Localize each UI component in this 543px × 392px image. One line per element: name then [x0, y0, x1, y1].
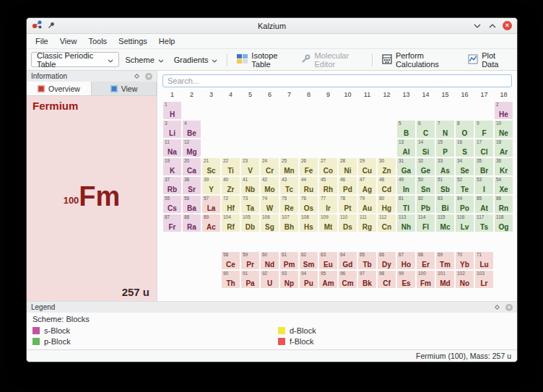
minimize-button[interactable]: [472, 21, 482, 30]
float-dock-icon[interactable]: [134, 74, 139, 79]
element-cell-md[interactable]: 101Md: [435, 270, 455, 289]
tab-overview[interactable]: Overview: [27, 82, 92, 95]
element-cell-na[interactable]: 11Na: [162, 139, 182, 157]
element-cell-c[interactable]: 6C: [416, 120, 435, 139]
element-cell-og[interactable]: 118Og: [494, 214, 513, 232]
element-cell-fl[interactable]: 114Fl: [416, 214, 435, 232]
element-cell-ra[interactable]: 88Ra: [182, 214, 201, 232]
element-cell-be[interactable]: 4Be: [182, 120, 201, 139]
element-cell-ru[interactable]: 44Ru: [299, 176, 318, 195]
element-cell-dy[interactable]: 66Dy: [377, 251, 396, 270]
element-cell-ge[interactable]: 32Ge: [416, 157, 435, 176]
menu-settings[interactable]: Settings: [113, 35, 153, 47]
element-cell-rf[interactable]: 104Rf: [221, 214, 240, 232]
element-cell-v[interactable]: 23V: [240, 157, 260, 176]
element-cell-eu[interactable]: 63Eu: [318, 251, 338, 270]
tab-view[interactable]: View: [92, 82, 157, 95]
element-cell-mo[interactable]: 42Mo: [260, 176, 279, 195]
element-cell-sm[interactable]: 62Sm: [299, 251, 318, 270]
menu-tools[interactable]: Tools: [82, 35, 113, 47]
element-cell-sg[interactable]: 106Sg: [260, 214, 279, 232]
element-cell-si[interactable]: 14Si: [416, 139, 435, 157]
element-cell-sc[interactable]: 21Sc: [201, 157, 221, 176]
element-cell-cf[interactable]: 98Cf: [377, 270, 396, 289]
element-cell-ti[interactable]: 22Ti: [221, 157, 240, 176]
element-cell-te[interactable]: 52Te: [455, 176, 474, 195]
element-cell-db[interactable]: 105Db: [240, 214, 260, 232]
element-cell-pd[interactable]: 46Pd: [338, 176, 357, 195]
element-cell-br[interactable]: 35Br: [474, 157, 494, 176]
element-cell-pr[interactable]: 59Pr: [240, 251, 260, 270]
element-cell-zr[interactable]: 40Zr: [221, 176, 240, 195]
element-cell-mc[interactable]: 115Mc: [435, 214, 455, 232]
element-cell-cu[interactable]: 29Cu: [357, 157, 377, 176]
maximize-button[interactable]: [487, 21, 497, 30]
element-cell-o[interactable]: 8O: [455, 120, 474, 139]
element-cell-au[interactable]: 79Au: [357, 195, 377, 214]
element-cell-la[interactable]: 57La: [201, 195, 221, 214]
element-cell-y[interactable]: 39Y: [201, 176, 221, 195]
element-cell-tm[interactable]: 69Tm: [435, 251, 455, 270]
element-cell-os[interactable]: 76Os: [299, 195, 318, 214]
close-button[interactable]: ×: [503, 21, 512, 30]
element-cell-ho[interactable]: 67Ho: [396, 251, 416, 270]
scheme-button[interactable]: Scheme: [121, 53, 168, 66]
element-cell-rh[interactable]: 45Rh: [318, 176, 338, 195]
element-cell-co[interactable]: 27Co: [318, 157, 338, 176]
element-cell-ds[interactable]: 110Ds: [338, 214, 357, 232]
element-cell-pu[interactable]: 94Pu: [299, 270, 318, 289]
element-cell-pt[interactable]: 78Pt: [338, 195, 357, 214]
isotope-table-button[interactable]: Isotope Table: [233, 49, 295, 71]
element-cell-ga[interactable]: 31Ga: [396, 157, 416, 176]
element-cell-se[interactable]: 34Se: [455, 157, 474, 176]
title-bar[interactable]: Kalzium ×: [27, 18, 517, 34]
element-cell-lr[interactable]: 103Lr: [474, 270, 494, 289]
element-cell-al[interactable]: 13Al: [396, 139, 416, 157]
element-cell-hf[interactable]: 72Hf: [221, 195, 240, 214]
menu-help[interactable]: Help: [153, 35, 181, 47]
gradients-button[interactable]: Gradients: [170, 53, 222, 66]
element-cell-f[interactable]: 9F: [474, 120, 494, 139]
element-cell-pa[interactable]: 91Pa: [240, 270, 260, 289]
element-cell-ir[interactable]: 77Ir: [318, 195, 338, 214]
element-cell-k[interactable]: 19K: [162, 157, 182, 176]
element-cell-ba[interactable]: 56Ba: [182, 195, 201, 214]
element-cell-in[interactable]: 49In: [396, 176, 416, 195]
search-input[interactable]: [162, 74, 512, 87]
element-cell-cl[interactable]: 17Cl: [474, 139, 494, 157]
menu-view[interactable]: View: [54, 35, 83, 47]
table-type-select[interactable]: Classic Periodic Table: [31, 52, 119, 67]
menu-file[interactable]: File: [30, 35, 54, 47]
element-cell-cs[interactable]: 55Cs: [162, 195, 182, 214]
element-cell-mg[interactable]: 12Mg: [182, 139, 201, 157]
perform-calculations-button[interactable]: Perform Calculations: [378, 49, 462, 71]
close-dock-icon[interactable]: ×: [145, 73, 152, 80]
element-cell-ca[interactable]: 20Ca: [182, 157, 201, 176]
element-cell-cn[interactable]: 112Cn: [377, 214, 396, 232]
element-cell-tb[interactable]: 65Tb: [357, 251, 377, 270]
element-cell-bh[interactable]: 107Bh: [279, 214, 299, 232]
element-cell-sn[interactable]: 50Sn: [416, 176, 435, 195]
element-cell-no[interactable]: 102No: [455, 270, 474, 289]
plot-data-button[interactable]: Plot Data: [464, 49, 513, 71]
element-cell-np[interactable]: 93Np: [279, 270, 299, 289]
element-cell-s[interactable]: 16S: [455, 139, 474, 157]
element-cell-mt[interactable]: 109Mt: [318, 214, 338, 232]
element-cell-zn[interactable]: 30Zn: [377, 157, 396, 176]
element-cell-ta[interactable]: 73Ta: [240, 195, 260, 214]
element-cell-w[interactable]: 74W: [260, 195, 279, 214]
element-cell-p[interactable]: 15P: [435, 139, 455, 157]
pin-icon[interactable]: [47, 19, 56, 32]
close-dock-icon[interactable]: ×: [505, 304, 513, 311]
element-cell-li[interactable]: 3Li: [162, 120, 182, 139]
element-cell-am[interactable]: 95Am: [318, 270, 338, 289]
element-cell-es[interactable]: 99Es: [396, 270, 416, 289]
element-cell-hs[interactable]: 108Hs: [299, 214, 318, 232]
element-cell-rn[interactable]: 86Rn: [494, 195, 513, 214]
element-cell-cm[interactable]: 96Cm: [338, 270, 357, 289]
element-cell-i[interactable]: 53I: [474, 176, 494, 195]
element-cell-xe[interactable]: 54Xe: [494, 176, 513, 195]
element-cell-pb[interactable]: 82Pb: [416, 195, 435, 214]
element-cell-ne[interactable]: 10Ne: [494, 120, 513, 139]
element-cell-h[interactable]: 1H: [162, 101, 182, 120]
